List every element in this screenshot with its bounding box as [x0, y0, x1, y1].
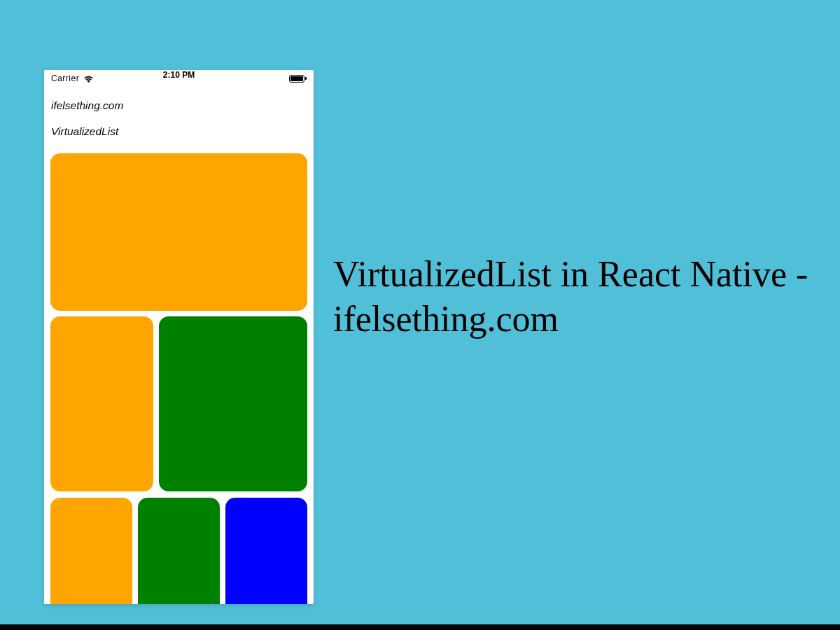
- list-item[interactable]: [138, 498, 220, 604]
- list-item[interactable]: [159, 316, 307, 491]
- list-item[interactable]: [50, 498, 132, 604]
- phone-mockup: Carrier 2:10 PM ifelsething.com Virtuali…: [44, 70, 314, 604]
- page-headline: VirtualizedList in React Native - ifelse…: [333, 252, 809, 342]
- list-item[interactable]: [50, 316, 153, 491]
- status-bar: Carrier: [44, 70, 314, 87]
- list-item[interactable]: [225, 498, 307, 604]
- app-header: ifelsething.com VirtualizedList: [44, 87, 314, 148]
- status-left: Carrier: [51, 74, 94, 83]
- bottom-border: [0, 624, 840, 630]
- brand-label: ifelsething.com: [51, 99, 307, 112]
- list-item[interactable]: [50, 153, 307, 311]
- headline-area: VirtualizedList in React Native - ifelse…: [333, 252, 809, 342]
- list-row: [50, 498, 307, 604]
- virtualized-list[interactable]: [44, 148, 314, 604]
- carrier-label: Carrier: [51, 74, 79, 83]
- screen-title: VirtualizedList: [51, 125, 307, 138]
- list-row: [50, 153, 307, 311]
- battery-icon: [289, 75, 307, 83]
- list-row: [50, 316, 307, 491]
- wifi-icon: [83, 75, 94, 83]
